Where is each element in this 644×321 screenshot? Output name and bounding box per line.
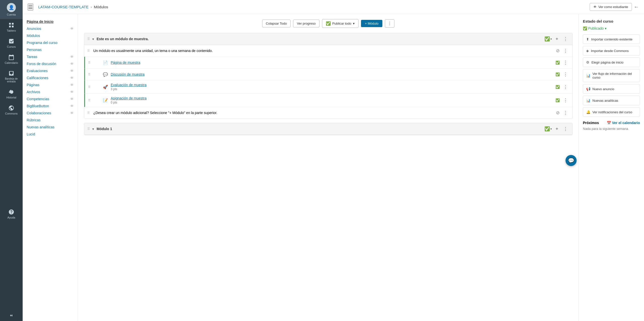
item-drag-handle[interactable]: ⠿ [88, 61, 91, 65]
left-nav-item-modulos[interactable]: Módulos [23, 32, 78, 39]
item-drag-handle[interactable]: ⠿ [88, 98, 91, 102]
module-toggle-button[interactable]: ▾ [92, 127, 94, 131]
module-1-kebab-button[interactable]: ⋮ [562, 126, 569, 132]
view-notifications-button[interactable]: 🔔 Ver notificaciones del curso [583, 107, 640, 117]
collapse-nav-button[interactable]: ← [634, 4, 639, 10]
view-calendar-link[interactable]: 📅 Ver el calendario [607, 121, 640, 125]
choose-home-label: Elegir página de inicio [591, 61, 623, 64]
publish-all-button[interactable]: ✅ Publicar todo ▾ [322, 19, 358, 28]
item-content-assignment: Asignación de muestra 0 pts [111, 96, 553, 104]
module-status-dropdown-icon: ▾ [550, 37, 552, 41]
hamburger-button[interactable]: ☰ [28, 4, 33, 11]
item-pts-assignment: 0 pts [111, 101, 553, 104]
left-nav-label-programa: Programa del curso [27, 41, 57, 45]
left-nav-item-foros[interactable]: Foros de discusión 👁 [23, 60, 78, 67]
left-nav-item-lucid[interactable]: Lucid [23, 131, 78, 138]
module-header-actions: ✅ ▾ + ⋮ [544, 36, 569, 42]
item-title-page[interactable]: Página de muestra [111, 61, 140, 65]
item-actions-discussion: ✅ ⋮ [555, 71, 569, 78]
eye-icon-archivos: 👁 [70, 90, 74, 94]
module-drag-handle[interactable]: ⠿ [87, 127, 90, 131]
left-nav-item-competencias[interactable]: Competencias 👁 [23, 95, 78, 102]
proximos-empty-message: Nada para la siguiente semana [583, 127, 640, 131]
left-nav-label-calificaciones: Calificaciones [27, 76, 48, 80]
new-analytics-button[interactable]: 📊 Nuevas analíticas [583, 96, 640, 105]
left-nav-label-bigbluebutton: BigBlueButton [27, 104, 49, 108]
item-kebab-button[interactable]: ⋮ [562, 97, 569, 103]
left-nav-item-colaboraciones[interactable]: Colaboraciones 👁 [23, 110, 78, 117]
sidebar: 👤 Cuenta Tablero Cursos Calendario Bande… [0, 0, 23, 321]
add-module-button[interactable]: + Módulo [361, 20, 383, 27]
module-publish-status[interactable]: ✅ ▾ [544, 36, 552, 42]
page-toolbar: Colapsar Todo Ver progreso ✅ Publicar to… [84, 19, 573, 28]
module-drag-handle[interactable]: ⠿ [87, 37, 90, 41]
module-toggle-button[interactable]: ▾ [92, 37, 94, 41]
breadcrumb-course-link[interactable]: LATAM-COURSE-TEMPLATE [38, 5, 89, 9]
chat-fab-button[interactable]: 💬 [566, 155, 577, 166]
left-nav-item-bigbluebutton[interactable]: BigBlueButton 👁 [23, 102, 78, 110]
student-view-button[interactable]: 👁 Ver como estudiante [590, 3, 632, 11]
sidebar-item-historial[interactable]: Historial [0, 86, 23, 102]
discussion-icon: 💬 [103, 72, 108, 77]
left-nav-item-calificaciones[interactable]: Calificaciones 👁 [23, 74, 78, 81]
item-kebab-button[interactable]: ⋮ [562, 84, 569, 90]
module-published-icon: ✅ [544, 36, 550, 42]
sidebar-item-bandeja[interactable]: Bandeja de entrada [0, 67, 23, 86]
module-kebab-button[interactable]: ⋮ [562, 36, 569, 42]
item-drag-handle[interactable]: ⠿ [88, 73, 91, 76]
item-kebab-button[interactable]: ⋮ [562, 71, 569, 78]
view-flow-button[interactable]: 📊 Ver flujo de información del curso [583, 69, 640, 82]
left-nav: Página de Inicio Anuncios 👁 Módulos Prog… [23, 14, 78, 321]
module-sample-header: ⠿ ▾ Este es un módulo de muestra. ✅ ▾ + … [84, 33, 572, 45]
item-drag-handle[interactable]: ⠿ [87, 111, 90, 115]
left-nav-item-home[interactable]: Página de Inicio [23, 18, 78, 25]
module-add-item-button[interactable]: + [554, 36, 560, 42]
module-sample: ⠿ ▾ Este es un módulo de muestra. ✅ ▾ + … [84, 33, 573, 119]
sidebar-collapse-button[interactable] [0, 310, 23, 321]
course-status-title: Estado del curso [583, 19, 640, 23]
item-title-quiz[interactable]: Evaluación de muestra [111, 83, 146, 87]
new-announcement-button[interactable]: 📢 Nuevo anuncio [583, 84, 640, 94]
item-drag-handle[interactable]: ⠿ [88, 85, 91, 89]
item-drag-handle[interactable]: ⠿ [87, 49, 90, 53]
eye-icon-bigbluebutton: 👁 [70, 104, 74, 108]
history-icon [8, 89, 14, 95]
main-content: Colapsar Todo Ver progreso ✅ Publicar to… [78, 14, 579, 321]
view-progress-button[interactable]: Ver progreso [293, 20, 319, 27]
item-content-add-prompt: ¿Desea crear un módulo adicional? Selecc… [93, 111, 553, 115]
course-published-status[interactable]: ✅ Publicado ▾ [583, 26, 607, 30]
sidebar-item-cursos[interactable]: Cursos [0, 35, 23, 51]
import-existing-button[interactable]: ⬆ Importar contenido existente [583, 34, 640, 44]
breadcrumb-current-page: Módulos [94, 5, 108, 9]
left-nav-item-paginas[interactable]: Páginas 👁 [23, 81, 78, 88]
sidebar-item-commons[interactable]: Commons [0, 102, 23, 118]
sidebar-item-cuenta[interactable]: 👤 Cuenta [0, 0, 23, 19]
toolbar-kebab-button[interactable]: ⋮ [385, 19, 394, 28]
left-nav-item-rubricas[interactable]: Rúbricas [23, 117, 78, 124]
left-nav-item-personas[interactable]: Personas [23, 46, 78, 53]
module-1-publish-status[interactable]: ✅ ▾ [544, 126, 552, 132]
import-commons-button[interactable]: ◈ Importar desde Commons [583, 46, 640, 56]
left-nav-item-analiticas[interactable]: Nuevas analíticas [23, 124, 78, 131]
collapse-all-button[interactable]: Colapsar Todo [262, 20, 291, 27]
choose-home-button[interactable]: ⚙ Elegir página de inicio [583, 58, 640, 67]
view-flow-icon: 📊 [586, 74, 590, 78]
item-title-discussion[interactable]: Discusión de muestra [111, 72, 145, 76]
item-published-icon: ✅ [555, 61, 560, 65]
sidebar-label-commons: Commons [5, 112, 18, 115]
left-nav-item-tareas[interactable]: Tareas 👁 [23, 53, 78, 60]
item-kebab-button[interactable]: ⋮ [562, 110, 569, 116]
sidebar-item-calendario[interactable]: Calendario [0, 51, 23, 67]
left-nav-item-programa[interactable]: Programa del curso [23, 39, 78, 46]
left-nav-item-evaluaciones[interactable]: Evaluaciones 👁 [23, 67, 78, 74]
left-nav-item-anuncios[interactable]: Anuncios 👁 [23, 25, 78, 32]
module-item-page: ⠿ 📄 Página de muestra ✅ ⋮ [84, 57, 572, 69]
item-kebab-button[interactable]: ⋮ [562, 47, 569, 54]
item-title-assignment[interactable]: Asignación de muestra [111, 96, 146, 100]
eye-icon-paginas: 👁 [70, 83, 74, 87]
left-nav-item-archivos[interactable]: Archivos 👁 [23, 88, 78, 95]
item-kebab-button[interactable]: ⋮ [562, 59, 569, 66]
sidebar-item-ayuda[interactable]: Ayuda [0, 206, 23, 222]
module-1-add-item-button[interactable]: + [554, 126, 560, 132]
sidebar-item-tablero[interactable]: Tablero [0, 19, 23, 35]
